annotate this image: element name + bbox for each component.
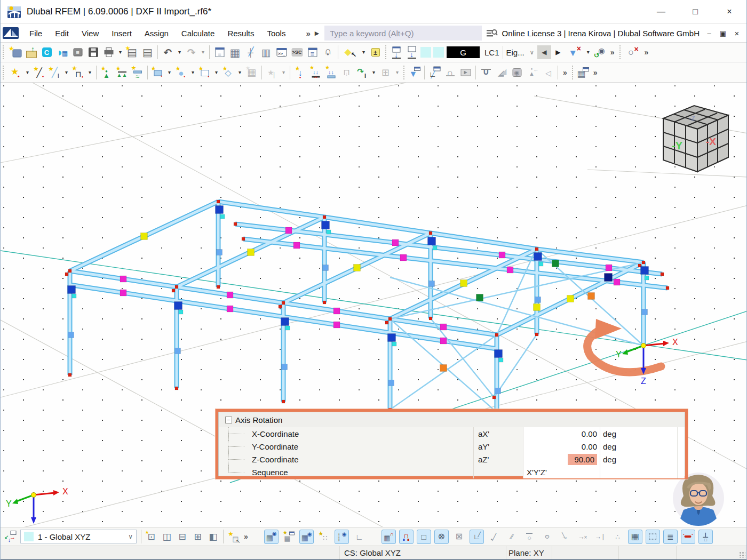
grid-visibility-toggle[interactable]: ▦◉ <box>264 530 279 544</box>
close-button[interactable]: × <box>712 0 746 23</box>
snap-intersection-toggle[interactable]: ○◇ <box>540 530 554 544</box>
animation-icon[interactable]: ▶ <box>458 65 473 79</box>
toolbar-overflow-chevron[interactable]: » <box>591 68 600 77</box>
blue-node-marker[interactable] <box>495 350 503 358</box>
blue-node-marker[interactable] <box>216 206 224 214</box>
new-surface-icon[interactable]: ●★● <box>174 65 188 79</box>
red-node-marker[interactable] <box>172 289 175 292</box>
menu-item-insert[interactable]: Insert <box>105 23 138 43</box>
snap-grid-toggle[interactable]: ▦◉ <box>299 530 314 544</box>
coordinate-system-icon[interactable]: →↓↙ <box>3 530 18 544</box>
cyan-node-marker[interactable] <box>499 358 503 362</box>
toolbar-grip[interactable] <box>3 45 6 59</box>
magenta-node-marker[interactable] <box>440 338 447 344</box>
new-folded-surface-dropdown[interactable]: ▾ <box>236 65 243 79</box>
green-node-marker[interactable] <box>552 260 559 267</box>
new-opening-icon[interactable]: ★● <box>197 65 212 79</box>
next-loadcase-button[interactable]: ▶ <box>551 45 565 59</box>
toolbar-overflow-chevron[interactable]: » <box>560 68 570 77</box>
red-node-marker[interactable] <box>68 269 71 273</box>
nav-cube-right-label[interactable]: -X <box>706 136 716 147</box>
cyan-node-marker[interactable] <box>220 214 225 219</box>
view-box-icon[interactable]: ◧ <box>206 530 220 544</box>
red-node-marker[interactable] <box>323 301 326 304</box>
observer-icon[interactable]: ●▲← <box>525 65 539 79</box>
ltblue-node-marker[interactable] <box>388 380 394 386</box>
diagram-icon[interactable]: ┼╱ <box>243 45 258 60</box>
snap-endpoints-toggle[interactable]: □ <box>417 530 431 544</box>
print-icon[interactable] <box>101 45 116 60</box>
red-node-marker[interactable] <box>535 247 538 251</box>
new-printout-report-icon[interactable]: ▤★ <box>125 45 139 60</box>
insert-below-icon[interactable]: ↓ <box>389 45 403 60</box>
ltblue-node-marker[interactable] <box>323 265 329 271</box>
new-line-load-icon[interactable]: ★↓↓ <box>324 65 338 79</box>
magenta-node-marker[interactable] <box>614 279 620 285</box>
ltblue-node-marker[interactable] <box>429 281 435 287</box>
ltblue-node-marker[interactable] <box>175 348 181 354</box>
blue-node-marker[interactable] <box>322 221 330 229</box>
maximize-button[interactable]: □ <box>678 0 712 23</box>
tables-icon[interactable]: ≡ <box>212 45 227 60</box>
model-viewport[interactable]: XYZXYZ-Y-X-Z − Axis Rotation X-Coordinat… <box>1 83 747 527</box>
mdi-close-button[interactable]: × <box>730 27 743 39</box>
view-front-icon[interactable]: ◫ <box>160 530 174 544</box>
navy-node-marker[interactable] <box>605 274 613 282</box>
new-rect-surface-icon[interactable]: ★● <box>150 65 165 79</box>
print-dropdown[interactable]: ▾ <box>117 45 124 60</box>
c-cloud-icon[interactable]: C <box>39 45 54 60</box>
green-node-marker[interactable] <box>476 294 483 301</box>
magenta-node-marker[interactable] <box>285 227 292 234</box>
red-node-marker[interactable] <box>642 261 645 264</box>
mdi-restore-button[interactable]: ▣ <box>717 27 729 39</box>
insert-above-icon[interactable]: ↓ <box>404 45 419 60</box>
ltblue-node-marker[interactable] <box>495 388 501 394</box>
red-node-marker[interactable] <box>234 222 237 226</box>
mini-panel-icon[interactable]: ▥ <box>259 45 273 60</box>
visibility-eye-icon[interactable]: ◉↺ <box>593 45 607 60</box>
cyan-node-marker[interactable] <box>539 262 543 266</box>
magenta-node-marker[interactable] <box>507 267 513 273</box>
red-node-marker[interactable] <box>492 396 496 399</box>
toolbar-grip[interactable] <box>3 66 6 79</box>
select-dropdown[interactable]: ▾ <box>360 45 367 60</box>
model-import-icon[interactable]: ◗▦ <box>55 45 69 60</box>
blue-node-marker[interactable] <box>641 267 649 275</box>
manage-models-icon[interactable]: ≡ <box>70 45 85 60</box>
red-node-marker[interactable] <box>429 231 432 235</box>
guidelines-settings-button[interactable]: ∷★ <box>317 530 331 544</box>
ltblue-node-marker[interactable] <box>68 332 74 338</box>
ltblue-node-marker[interactable] <box>535 297 541 303</box>
new-member-load-icon[interactable]: ★↓↓●● <box>308 65 323 79</box>
new-folded-surface-icon[interactable]: ◇★ <box>221 65 235 79</box>
menu-item-results[interactable]: Results <box>221 23 260 43</box>
red-node-marker[interactable] <box>282 301 285 305</box>
new-polyline-dropdown[interactable]: ▾ <box>86 65 93 79</box>
deformation-icon[interactable]: ∪ <box>479 65 493 79</box>
red-node-marker[interactable] <box>217 200 220 203</box>
snap-grid-points-toggle[interactable]: ▦∩ <box>382 530 396 544</box>
loadcase-color-swatch[interactable] <box>433 47 444 58</box>
red-node-marker[interactable] <box>666 286 669 290</box>
object-snap-toggle[interactable]: ∩ <box>399 530 414 544</box>
red-node-marker[interactable] <box>175 387 178 390</box>
blue-node-marker[interactable] <box>388 334 396 342</box>
new-nodal-load-icon[interactable]: ★↓● <box>293 65 307 79</box>
magenta-node-marker[interactable] <box>227 292 233 298</box>
search-license-icon[interactable] <box>486 28 498 38</box>
edit-parameters-icon[interactable]: ± <box>368 45 383 60</box>
new-surface-load-icon[interactable]: ⊓↓ <box>339 65 354 79</box>
run-icon[interactable]: ▶ <box>315 30 319 37</box>
orange-node-marker[interactable] <box>588 293 595 300</box>
blue-node-marker[interactable] <box>281 318 289 326</box>
ltblue-node-marker[interactable] <box>282 364 288 370</box>
magenta-node-marker[interactable] <box>606 265 612 271</box>
printout-report-icon[interactable]: ▤ <box>140 45 155 60</box>
blue-node-marker[interactable] <box>68 286 76 294</box>
imperfection-dropdown[interactable]: ▾ <box>370 65 377 79</box>
cyan-node-marker[interactable] <box>327 230 331 234</box>
property-value-field[interactable]: 0.00 <box>582 429 597 438</box>
new-line-icon[interactable]: ╱★● <box>32 65 46 79</box>
property-value-field[interactable]: 0.00 <box>582 442 597 451</box>
orange-node-marker[interactable] <box>440 365 447 372</box>
